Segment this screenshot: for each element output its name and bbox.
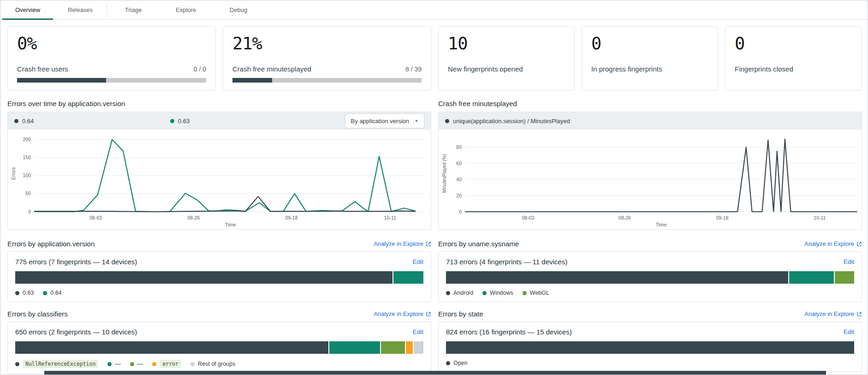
external-link-icon <box>426 241 431 247</box>
progress-track <box>232 78 422 83</box>
analyze-in-explore-link[interactable]: Analyze in Explore <box>804 310 862 317</box>
legend-item-064: 0.64 <box>14 118 170 125</box>
bar-segment-android[interactable] <box>446 271 788 284</box>
legend-item-open: Open <box>446 360 468 366</box>
analyze-in-explore-link[interactable]: Analyze in Explore <box>374 240 431 247</box>
chart-legend-bar: 0.64 0.63 By application.version ▼ <box>8 112 431 130</box>
breakdown-card: 824 errors (16 fingerprints — 15 devices… <box>438 321 862 372</box>
bar-segment-rest-of-groups[interactable] <box>414 341 423 354</box>
bar-segment-0-64[interactable] <box>393 271 423 284</box>
svg-text:09-18: 09-18 <box>716 215 729 220</box>
stat-card-new-fingerprints: 10 New fingerprints opened <box>438 26 575 90</box>
bar-segment-windows[interactable] <box>789 271 834 284</box>
errors-over-time-panel: Errors over time by application.version … <box>7 100 431 230</box>
stat-label: Crash free minutesplayed <box>232 65 311 73</box>
svg-text:200: 200 <box>23 137 31 142</box>
bar-segment-0-63[interactable] <box>15 271 392 284</box>
analyze-label: Analyze in Explore <box>804 240 854 247</box>
external-link-icon <box>856 241 862 247</box>
stat-label: Crash free users <box>17 65 68 73</box>
series-dot <box>15 291 19 295</box>
tab-debug[interactable]: Debug <box>212 0 265 19</box>
breakdown-title: Errors by application.version <box>7 240 95 248</box>
analyze-in-explore-link[interactable]: Analyze in Explore <box>374 310 431 317</box>
progress-fill <box>17 78 106 83</box>
stat-card-in-progress-fingerprints: 0 In progress fingerprints <box>582 26 718 90</box>
svg-text:Time: Time <box>225 222 236 227</box>
breakdown-card: 775 errors (7 fingerprints — 14 devices)… <box>7 251 431 302</box>
legend-label: WebGL <box>530 290 549 296</box>
tab-explore[interactable]: Explore <box>160 0 212 19</box>
breakdown-classifiers: Errors by classifiers Analyze in Explore… <box>7 310 431 374</box>
legend-item-unique-session: unique(application.session) / MinutesPla… <box>445 118 570 125</box>
crash-free-minutesplayed-chart[interactable]: 02040608008-0308-2609-1810-11TimeMinutes… <box>439 130 862 229</box>
stat-fraction: 8 / 39 <box>405 65 422 73</box>
svg-text:10-11: 10-11 <box>384 215 396 220</box>
charts-row: Errors over time by application.version … <box>0 90 868 230</box>
breakdown-title: Errors by uname.sysname <box>438 240 519 248</box>
legend-item-item: — <box>130 361 143 367</box>
stat-cards-row: 0% Crash free users 0 / 0 21% Crash free… <box>0 20 868 90</box>
legend-label: 0.64 <box>22 118 34 125</box>
legend-label: Open <box>453 360 468 366</box>
stat-value: 0 <box>735 34 852 54</box>
svg-text:10-11: 10-11 <box>814 215 826 220</box>
tab-releases[interactable]: Releases <box>54 0 107 19</box>
series-dot <box>43 291 47 295</box>
panel-title: Crash free minutesplayed <box>438 100 862 107</box>
tab-label: Releases <box>68 6 93 13</box>
legend-item-android: Android <box>446 290 473 296</box>
bar-segment-nullreferenceexception[interactable] <box>15 341 328 354</box>
series-dot <box>446 361 450 365</box>
stacked-bar <box>446 341 854 354</box>
progress-track <box>17 78 206 83</box>
svg-text:08-26: 08-26 <box>187 215 200 220</box>
external-link-icon <box>426 311 431 317</box>
group-by-dropdown[interactable]: By application.version ▼ <box>345 113 424 128</box>
panel-title: Errors over time by application.version <box>7 100 431 107</box>
legend-item-nullreferenceexception: NullReferenceException <box>15 360 98 368</box>
bar-legend: AndroidWindowsWebGL <box>446 290 854 296</box>
stat-card-crash-free-minutesplayed: 21% Crash free minutesplayed 8 / 39 <box>223 26 431 90</box>
tab-triage[interactable]: Triage <box>107 0 160 19</box>
edit-link[interactable]: Edit <box>844 328 854 335</box>
breakdown-card: 650 errors (2 fingerprints — 10 devices)… <box>7 321 431 374</box>
legend-item-rest-of-groups: Rest of groups <box>190 361 235 367</box>
bar-segment-item[interactable] <box>329 341 380 354</box>
bar-segment-open[interactable] <box>446 341 854 354</box>
bar-segment-error[interactable] <box>406 341 413 354</box>
series-dot <box>14 119 18 123</box>
breakdown-summary: 713 errors (4 fingerprints — 11 devices) <box>446 258 567 266</box>
tab-label: Triage <box>125 6 142 13</box>
bar-segment-webgl[interactable] <box>835 271 854 284</box>
stacked-bar <box>446 271 854 284</box>
legend-label: 0.63 <box>23 290 34 296</box>
external-link-icon <box>856 311 862 317</box>
svg-text:100: 100 <box>23 173 31 178</box>
crash-free-minutesplayed-panel: Crash free minutesplayed unique(applicat… <box>438 100 862 230</box>
progress-fill <box>232 78 272 83</box>
stacked-bar <box>15 271 423 284</box>
legend-label: 0.63 <box>178 118 190 125</box>
analyze-label: Analyze in Explore <box>374 310 423 317</box>
bar-segment-item[interactable] <box>381 341 405 354</box>
errors-over-time-chart[interactable]: 05010015020008-0308-2609-1810-11TimeErro… <box>8 130 431 229</box>
edit-link[interactable]: Edit <box>844 258 854 265</box>
legend-item-0-64: 0.64 <box>43 290 61 296</box>
edit-link[interactable]: Edit <box>413 258 423 265</box>
svg-text:08-26: 08-26 <box>618 215 631 220</box>
series-dot <box>190 362 195 366</box>
bar-legend: NullReferenceException——errorRest of gro… <box>15 360 423 368</box>
analyze-in-explore-link[interactable]: Analyze in Explore <box>804 240 862 247</box>
analyze-label: Analyze in Explore <box>804 310 854 317</box>
legend-item-item: — <box>107 361 121 367</box>
breakdown-grid: Errors by application.version Analyze in… <box>0 240 868 374</box>
tab-overview[interactable]: Overview <box>1 0 54 19</box>
stat-label: New fingerprints opened <box>448 65 523 73</box>
svg-text:Time: Time <box>655 222 666 227</box>
tab-label: Debug <box>230 6 247 13</box>
dashboard-app: Overview Releases Triage Explore Debug 0… <box>0 0 868 375</box>
series-dot <box>130 362 134 366</box>
svg-text:40: 40 <box>456 177 462 182</box>
edit-link[interactable]: Edit <box>413 328 423 335</box>
